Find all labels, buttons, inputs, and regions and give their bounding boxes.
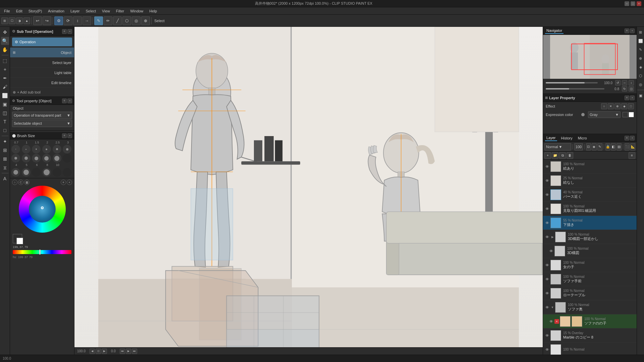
brush-1.5[interactable]	[32, 145, 41, 154]
layer-ctrl-mask[interactable]: ⬛	[625, 143, 630, 150]
slider-2[interactable]	[546, 88, 604, 89]
layer-menu-btn[interactable]: ≡	[629, 152, 635, 159]
layer-ctrl-ruler[interactable]: 📐	[630, 143, 635, 150]
sub-tool-light-table[interactable]: Light table	[10, 68, 74, 78]
eye-icon-9[interactable]: 👁	[544, 277, 550, 282]
layer-item-3[interactable]: 👁 40 % Normal パース近く	[543, 188, 637, 202]
menu-window[interactable]: Window	[127, 8, 146, 14]
brush-1[interactable]	[22, 145, 31, 154]
operation-dropdown[interactable]: Operation of transparent part ▼	[12, 112, 72, 119]
brush-60[interactable]	[53, 168, 61, 177]
toolbar-btn-11[interactable]: ⬡	[122, 16, 131, 25]
bs-ctrl-2[interactable]: ×	[67, 133, 72, 138]
navigator-preview[interactable]	[543, 35, 637, 79]
new-layer-btn[interactable]: +	[544, 152, 551, 159]
layers-tab-history[interactable]: History	[560, 135, 574, 141]
toolbar-btn-9[interactable]: ✏	[104, 16, 112, 25]
effect-icon-1[interactable]: ○	[601, 103, 607, 109]
eye-icon-14[interactable]: 👁	[544, 347, 550, 352]
menu-select[interactable]: Select	[83, 8, 99, 14]
menu-story[interactable]: Story(P)	[26, 8, 45, 14]
brush-10[interactable]	[53, 154, 61, 163]
nav-icon-2[interactable]: ↔	[622, 80, 627, 85]
tool-zoom[interactable]: 🔍	[1, 37, 9, 45]
tool-select[interactable]: ⬚	[1, 57, 9, 65]
rt-btn-4[interactable]: ⊕	[637, 54, 644, 62]
lp-ctrl-1[interactable]: ≡	[625, 96, 629, 100]
nav-icon-3[interactable]: ↕	[629, 80, 634, 85]
sub-tool-ctrl-1[interactable]: ≡	[62, 29, 67, 34]
menu-help[interactable]: Help	[147, 8, 160, 14]
new-folder-btn[interactable]: 📁	[552, 152, 558, 159]
menu-animation[interactable]: Animation	[45, 8, 67, 14]
brush-0.7[interactable]	[11, 145, 20, 154]
nav-ctrl-1[interactable]: ≡	[625, 28, 629, 33]
foreground-color-swatch[interactable]	[13, 234, 22, 243]
color-wheel[interactable]	[19, 186, 66, 233]
layer-ctrl-tone[interactable]: ▤	[616, 143, 622, 150]
menu-filter[interactable]: Filter	[113, 8, 127, 14]
brush-2[interactable]	[42, 145, 51, 154]
toolbar-redo[interactable]: ↪	[43, 16, 51, 25]
brush-3[interactable]	[63, 145, 71, 154]
toolbar-btn-2[interactable]: ☐	[9, 17, 15, 24]
eye-icon-3[interactable]: 👁	[544, 192, 550, 197]
sub-tool-object[interactable]: ⊞ Object	[10, 48, 74, 58]
brush-empty1[interactable]	[63, 154, 71, 163]
nav-tab-navigator[interactable]: Navigator	[545, 28, 564, 34]
maximize-button[interactable]: □	[631, 1, 635, 6]
brush-50[interactable]	[42, 168, 51, 177]
hue-slider[interactable]	[13, 250, 71, 254]
brush-empty2[interactable]	[32, 168, 41, 177]
bs-ctrl-1[interactable]: ≡	[62, 133, 67, 138]
brush-5[interactable]	[22, 154, 31, 163]
layer-ctrl-clip[interactable]: ⊡	[586, 143, 591, 150]
layer-ctrl-draft[interactable]: ✎	[597, 143, 602, 150]
eye-icon-1[interactable]: 👁	[544, 164, 550, 169]
toolbar-btn-12[interactable]: ◎	[132, 16, 141, 25]
tool-lasso[interactable]: ⌖	[1, 65, 9, 73]
eye-icon-4[interactable]: 👁	[544, 206, 550, 212]
tool-ruler[interactable]: ⊠	[1, 155, 9, 163]
eye-icon-8[interactable]: 👁	[544, 262, 550, 268]
toolbar-btn-5[interactable]: ⚙	[54, 16, 63, 25]
blend-mode-dropdown[interactable]: Normal ▼	[544, 143, 571, 150]
slider-1[interactable]	[546, 82, 598, 83]
eye-icon-7[interactable]: 👁	[548, 248, 554, 254]
tool-gradient[interactable]: ◫	[1, 109, 9, 117]
tool-fill[interactable]: ▣	[1, 100, 9, 108]
layer-ctrl-protect[interactable]: 🔒	[605, 143, 610, 150]
tool-3d[interactable]: ⧖	[1, 164, 9, 172]
effect-icon-2[interactable]: ✕	[608, 103, 614, 109]
tp-ctrl-1[interactable]: ≡	[62, 99, 67, 103]
toolbar-btn-1[interactable]: ⊞	[1, 17, 8, 24]
tool-shape[interactable]: □	[1, 126, 9, 134]
color-ctrl-circle[interactable]: ○	[12, 180, 17, 185]
rt-btn-7[interactable]: ◎	[637, 80, 644, 88]
tool-extra[interactable]: A	[1, 175, 9, 183]
color-ctrl-c[interactable]: C	[18, 180, 23, 185]
opacity-input[interactable]: 100	[574, 143, 583, 150]
eye-icon-2[interactable]: 👁	[544, 178, 550, 183]
toolbar-btn-10[interactable]: ╱	[113, 16, 122, 25]
add-sub-tool[interactable]: ⊕ + Add sub tool	[10, 88, 74, 97]
brush-20[interactable]	[11, 168, 20, 177]
toolbar-select-pen[interactable]: ✎	[94, 16, 103, 25]
tl-prev[interactable]: ⏮	[120, 349, 125, 354]
layer-item-10[interactable]: 👁 100 % Normal ローテーブル	[543, 286, 637, 300]
tool-eraser[interactable]: ⬜	[1, 92, 9, 100]
tool-move[interactable]: ✥	[1, 28, 9, 36]
eye-icon-13[interactable]: 👁	[544, 333, 550, 338]
expand-icon-6[interactable]: ▶	[550, 235, 554, 239]
expand-icon-11[interactable]: ▼	[550, 305, 554, 309]
color-ctrl-swatch[interactable]: ▦	[24, 180, 30, 185]
eye-icon-12[interactable]: 👁	[548, 319, 554, 324]
expression-color-dropdown[interactable]: Gray ▼	[588, 111, 621, 118]
layers-ctrl-expand[interactable]: ≡	[625, 136, 629, 140]
layer-close-12[interactable]: ×	[554, 319, 559, 324]
layer-item-13[interactable]: 👁 15 % Overlay Marble のコピー 8	[543, 328, 637, 343]
brush-70[interactable]	[63, 168, 71, 177]
nav-icon-1[interactable]: ↺	[615, 80, 621, 85]
layer-item-14[interactable]: 👁 100 % Normal	[543, 343, 637, 355]
copy-layer-btn[interactable]: ⧉	[559, 152, 566, 159]
